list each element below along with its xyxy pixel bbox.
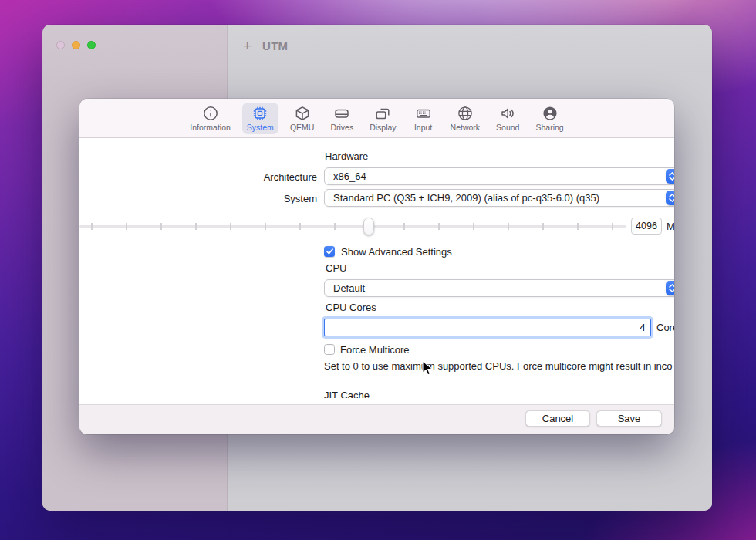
- keyboard-icon: [415, 105, 432, 122]
- memory-slider-thumb[interactable]: [363, 218, 374, 235]
- architecture-label: Architecture: [218, 171, 317, 183]
- displays-icon: [374, 105, 391, 122]
- checkmark-icon: [326, 248, 333, 255]
- cpu-cores-input[interactable]: 4: [324, 319, 651, 336]
- tab-display[interactable]: Display: [365, 103, 400, 134]
- show-advanced-settings-label: Show Advanced Settings: [341, 246, 452, 258]
- memory-value-field[interactable]: 4096: [631, 218, 662, 235]
- new-vm-button[interactable]: +: [243, 39, 251, 53]
- architecture-value: x86_64: [333, 170, 366, 182]
- cpu-chip-icon: [251, 105, 268, 122]
- speaker-icon: [499, 105, 516, 122]
- tab-qemu[interactable]: QEMU: [285, 103, 319, 134]
- cpu-cores-label: CPU Cores: [326, 302, 376, 313]
- system-popup-chevrons-icon[interactable]: [666, 191, 674, 205]
- memory-unit-label: MB: [667, 221, 674, 232]
- cpu-label: CPU: [326, 262, 346, 274]
- cancel-button[interactable]: Cancel: [525, 410, 590, 427]
- window-title: UTM: [262, 39, 288, 52]
- cpu-value: Default: [333, 282, 365, 294]
- mouse-cursor: [422, 360, 434, 380]
- jit-cache-clipped-label: JIT Cache: [324, 390, 478, 398]
- save-button[interactable]: Save: [596, 410, 662, 427]
- cpu-cores-hint-text: Set to 0 to use maximum supported CPUs. …: [324, 360, 673, 372]
- person-circle-icon: [542, 105, 559, 122]
- settings-toolbar: Information System QEMU: [79, 99, 674, 138]
- tab-input[interactable]: Input: [408, 103, 439, 134]
- system-popup[interactable]: Standard PC (Q35 + ICH9, 2009) (alias of…: [324, 189, 674, 207]
- system-value: Standard PC (Q35 + ICH9, 2009) (alias of…: [333, 192, 599, 204]
- cpu-cores-value: 4: [640, 322, 645, 333]
- system-label: System: [218, 193, 317, 204]
- text-caret: [646, 322, 646, 332]
- titlebar: + UTM: [228, 25, 712, 66]
- show-advanced-settings-checkbox[interactable]: [324, 246, 335, 257]
- tab-system[interactable]: System: [242, 103, 278, 134]
- zoom-button[interactable]: [87, 41, 96, 49]
- architecture-popup-chevrons-icon[interactable]: [666, 169, 674, 184]
- minimize-button[interactable]: [72, 41, 80, 49]
- vm-settings-dialog: Information System QEMU: [79, 99, 674, 434]
- cpu-popup-chevrons-icon[interactable]: [666, 281, 674, 295]
- hardware-section-header: Hardware: [325, 150, 368, 162]
- close-button[interactable]: [56, 41, 65, 49]
- system-settings-panel: Hardware Architecture x86_64 System Stan…: [79, 138, 674, 404]
- force-multicore-label: Force Multicore: [340, 344, 410, 356]
- memory-slider[interactable]: [79, 225, 626, 228]
- architecture-popup[interactable]: x86_64: [324, 167, 674, 185]
- tab-sharing[interactable]: Sharing: [531, 103, 568, 134]
- tab-drives[interactable]: Drives: [326, 103, 358, 134]
- tab-network[interactable]: Network: [446, 103, 485, 134]
- globe-icon: [457, 105, 474, 122]
- dialog-footer: Cancel Save: [79, 404, 674, 434]
- tab-information[interactable]: Information: [185, 103, 235, 134]
- drive-icon: [333, 105, 350, 122]
- cpu-cores-unit-label: Cores: [656, 322, 674, 333]
- cpu-popup[interactable]: Default: [324, 279, 674, 297]
- force-multicore-checkbox[interactable]: [324, 344, 335, 355]
- tab-sound[interactable]: Sound: [491, 103, 524, 134]
- info-circle-icon: [202, 105, 219, 122]
- package-box-icon: [294, 105, 311, 122]
